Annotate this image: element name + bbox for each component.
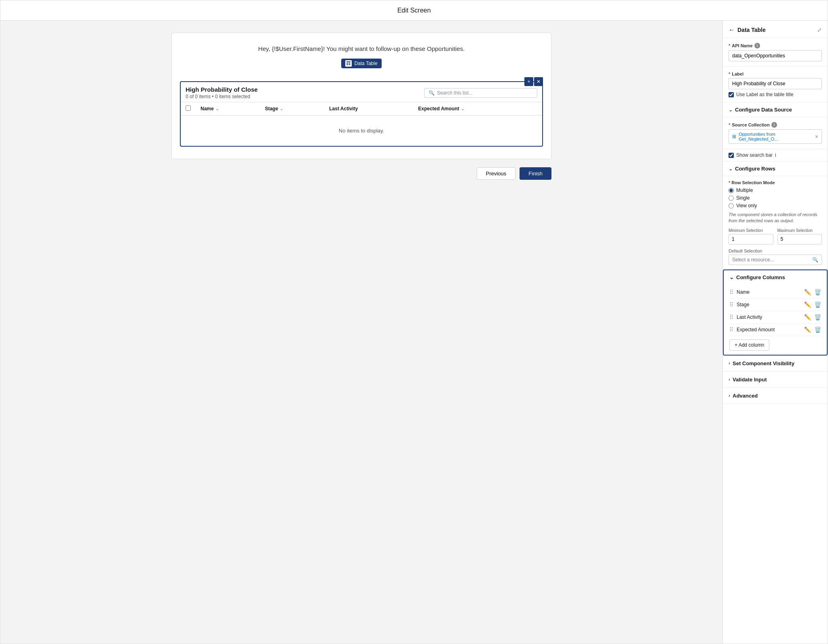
max-selection-field: Maximum Selection (777, 228, 822, 244)
configure-rows-chevron-icon: ⌄ (729, 166, 733, 172)
col-name[interactable]: Name⌄ (196, 102, 260, 116)
svg-rect-4 (349, 64, 351, 65)
label-field-label: * Label (729, 72, 822, 76)
source-collection-info-icon[interactable]: i (771, 122, 777, 128)
col-stage[interactable]: Stage⌄ (260, 102, 324, 116)
add-column-button[interactable]: + Add column (729, 339, 769, 351)
edit-column-expected-amount-button[interactable]: ✏️ (804, 326, 811, 333)
col-chevron-stage: ⌄ (280, 107, 283, 111)
no-items-message: No items to display. (186, 120, 537, 142)
drag-handle-name-icon[interactable]: ⠿ (729, 289, 733, 295)
panel-back-button[interactable]: ← Data Table (729, 26, 766, 34)
configure-columns-header[interactable]: ⌄ Configure Columns (724, 270, 827, 284)
configure-columns-section: ⌄ Configure Columns ⠿ Name ✏️ 🗑️ ⠿ (723, 269, 828, 356)
api-name-label: * API Name i (729, 43, 822, 48)
set-component-visibility-header[interactable]: › Set Component Visibility (723, 356, 828, 371)
widget-add-button[interactable]: + (524, 77, 533, 86)
svg-rect-1 (346, 63, 348, 64)
data-source-body: * Source Collection i ⊞ Opportunities fr… (723, 117, 828, 149)
min-selection-input[interactable] (729, 234, 773, 244)
drag-handle-last-activity-icon[interactable]: ⠿ (729, 314, 733, 320)
set-component-visibility-chevron-icon: › (729, 360, 730, 366)
advanced-header[interactable]: › Advanced (723, 388, 828, 404)
configure-rows-heading[interactable]: ⌄ Configure Rows (723, 162, 828, 176)
column-name-label: Name (737, 289, 804, 295)
column-stage-actions: ✏️ 🗑️ (804, 301, 821, 308)
use-label-checkbox[interactable] (729, 92, 734, 97)
expand-icon[interactable]: ⤢ (817, 27, 822, 33)
advanced-section: › Advanced (723, 388, 828, 404)
validate-input-header[interactable]: › Validate Input (723, 372, 828, 387)
title-bar: Edit Screen (0, 0, 828, 21)
max-selection-input[interactable] (777, 234, 822, 244)
col-last-activity: Last Activity (324, 102, 413, 116)
show-search-bar-info-icon[interactable]: i (775, 152, 776, 158)
row-info-text: The component stores a collection of rec… (729, 212, 822, 224)
validate-input-chevron-icon: › (729, 377, 730, 382)
source-collection-field[interactable]: ⊞ Opportunities from Get_Neglected_O... … (729, 129, 822, 144)
delete-column-stage-button[interactable]: 🗑️ (814, 301, 821, 308)
edit-column-stage-button[interactable]: ✏️ (804, 301, 811, 308)
configure-data-source-heading[interactable]: ⌄ Configure Data Source (723, 103, 828, 117)
show-search-bar-checkbox[interactable] (729, 153, 734, 158)
finish-button[interactable]: Finish (520, 167, 551, 180)
data-source-chevron-icon: ⌄ (729, 107, 733, 113)
widget-search[interactable]: 🔍 Search this list... (424, 88, 537, 98)
min-selection-label: Minimum Selection (729, 228, 773, 233)
radio-view-only[interactable]: View only (729, 203, 822, 208)
edit-column-last-activity-button[interactable]: ✏️ (804, 314, 811, 320)
column-last-activity-label: Last Activity (737, 314, 804, 320)
source-collection-label: * Source Collection i (729, 122, 822, 128)
source-collection-clear-btn[interactable]: × (815, 134, 818, 139)
widget-title-area: High Probability of Close 0 of 0 items •… (186, 86, 258, 99)
svg-rect-3 (346, 64, 348, 65)
svg-rect-2 (349, 63, 351, 64)
radio-multiple[interactable]: Multiple (729, 187, 822, 193)
configure-columns-body: ⠿ Name ✏️ 🗑️ ⠿ Stage ✏️ 🗑️ (724, 284, 827, 355)
configure-rows-body: * Row Selection Mode Multiple Single Vie… (723, 176, 828, 269)
set-component-visibility-section: › Set Component Visibility (723, 356, 828, 372)
drag-handle-stage-icon[interactable]: ⠿ (729, 301, 733, 308)
data-table-icon (345, 60, 352, 67)
col-expected-amount[interactable]: Expected Amount⌄ (413, 102, 542, 116)
drag-handle-expected-amount-icon[interactable]: ⠿ (729, 326, 733, 333)
widget-delete-button[interactable]: ✕ (534, 77, 543, 86)
delete-column-last-activity-button[interactable]: 🗑️ (814, 314, 821, 320)
search-placeholder: Search this list... (437, 90, 473, 96)
validate-input-section: › Validate Input (723, 372, 828, 388)
column-row-name: ⠿ Name ✏️ 🗑️ (729, 286, 821, 299)
configure-columns-chevron-icon: ⌄ (729, 274, 734, 280)
data-table-widget: + ✕ High Probability of Close 0 of 0 ite… (180, 81, 543, 147)
edit-column-name-button[interactable]: ✏️ (804, 289, 811, 295)
canvas-message: Hey, {!$User.FirstName}! You might want … (180, 45, 543, 52)
widget-title: High Probability of Close (186, 86, 258, 93)
panel-header: ← Data Table ⤢ (723, 21, 828, 38)
back-arrow-icon: ← (729, 26, 735, 34)
delete-column-name-button[interactable]: 🗑️ (814, 289, 821, 295)
api-name-input[interactable] (729, 50, 822, 61)
widget-subtitle: 0 of 0 items • 0 items selected (186, 94, 258, 99)
delete-column-expected-amount-button[interactable]: 🗑️ (814, 326, 821, 333)
column-expected-amount-actions: ✏️ 🗑️ (804, 326, 821, 333)
column-last-activity-actions: ✏️ 🗑️ (804, 314, 821, 320)
select-all-checkbox[interactable] (186, 105, 191, 111)
col-chevron-name: ⌄ (215, 107, 219, 111)
radio-single[interactable]: Single (729, 195, 822, 201)
default-selection-search[interactable]: 🔍 (729, 255, 822, 265)
label-input[interactable] (729, 78, 822, 89)
max-selection-label: Maximum Selection (777, 228, 822, 233)
default-selection-input[interactable] (732, 257, 810, 263)
column-expected-amount-label: Expected Amount (737, 327, 804, 333)
column-row-last-activity: ⠿ Last Activity ✏️ 🗑️ (729, 311, 821, 324)
show-search-bar-label: Show search bar (736, 152, 773, 158)
api-name-info-icon[interactable]: i (754, 43, 760, 48)
right-panel: ← Data Table ⤢ * API Name i * Label (722, 21, 828, 644)
radio-group: Multiple Single View only (729, 187, 822, 208)
previous-button[interactable]: Previous (477, 167, 516, 180)
row-selection-mode-label: * Row Selection Mode (729, 180, 822, 185)
col-chevron-amount: ⌄ (461, 107, 464, 111)
search-icon: 🔍 (429, 90, 435, 96)
use-label-text: Use Label as the table title (736, 92, 793, 97)
data-table-badge[interactable]: Data Table (341, 59, 381, 68)
svg-rect-0 (346, 61, 351, 62)
